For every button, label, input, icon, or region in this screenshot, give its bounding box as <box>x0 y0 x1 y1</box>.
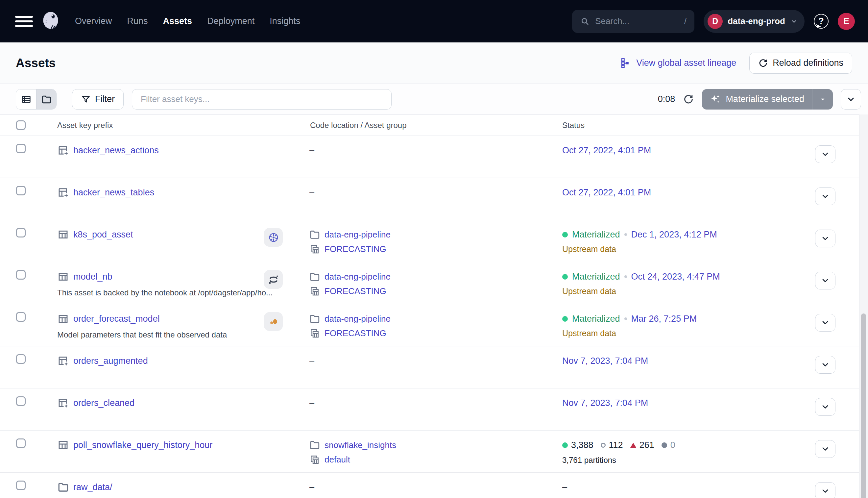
materialized-status-dot <box>562 316 568 322</box>
folder-icon <box>309 440 320 451</box>
select-all-checkbox[interactable] <box>16 120 26 130</box>
upstream-data-note: Upstream data <box>562 287 616 296</box>
view-global-asset-lineage-link[interactable]: View global asset lineage <box>620 57 736 69</box>
row-checkbox[interactable] <box>16 396 26 406</box>
reload-definitions-button[interactable]: Reload definitions <box>749 53 852 74</box>
status-empty: – <box>562 482 567 492</box>
row-checkbox[interactable] <box>16 312 26 322</box>
code-location-link[interactable]: snowflake_insights <box>324 440 396 450</box>
refresh-countdown: 0:08 <box>658 94 675 104</box>
partitions-other-count: 0 <box>662 440 675 450</box>
filter-button[interactable]: Filter <box>72 89 124 109</box>
asset-group-link[interactable]: FORECASTING <box>324 328 386 339</box>
table-asset-icon <box>57 439 69 451</box>
dagster-logo[interactable] <box>42 12 59 31</box>
row-expand-button[interactable] <box>815 145 836 163</box>
code-location-link[interactable]: data-eng-pipeline <box>324 272 391 282</box>
workspace-name: data-eng-prod <box>727 16 785 26</box>
row-checkbox[interactable] <box>16 186 26 195</box>
asset-key-link[interactable]: orders_augmented <box>73 356 148 366</box>
asset-key-link[interactable]: hacker_news_actions <box>73 145 159 156</box>
scrollbar-track[interactable] <box>859 115 868 498</box>
row-checkbox[interactable] <box>16 228 26 237</box>
table-row: model_nb This asset is backed by the not… <box>0 262 859 304</box>
materialized-label: Materialized <box>572 272 620 282</box>
nav-item-deployment[interactable]: Deployment <box>207 16 254 26</box>
search-placeholder: Search... <box>595 16 629 26</box>
table-row: poll_snowflake_query_history_hour snowfl… <box>0 431 859 473</box>
asset-description: This asset is backed by the notebook at … <box>57 288 272 297</box>
folder-icon <box>309 313 320 324</box>
jupyter-kind-badge <box>264 270 283 289</box>
lineage-link-label: View global asset lineage <box>636 58 736 68</box>
upstream-data-note: Upstream data <box>562 329 616 338</box>
asset-key-link[interactable]: model_nb <box>73 272 112 282</box>
top-nav-bar: Overview Runs Assets Deployment Insights… <box>0 0 868 42</box>
global-search-input[interactable]: Search... / <box>572 10 694 33</box>
separator-dot <box>624 275 627 278</box>
nav-item-runs[interactable]: Runs <box>127 16 148 26</box>
row-checkbox[interactable] <box>16 144 26 153</box>
asset-group-link[interactable]: FORECASTING <box>324 286 386 296</box>
scrollbar-thumb[interactable] <box>861 313 866 498</box>
table-row: raw_data/ – – <box>0 473 859 498</box>
row-checkbox[interactable] <box>16 354 26 364</box>
row-expand-button[interactable] <box>815 314 836 331</box>
workspace-switcher[interactable]: D data-eng-prod <box>704 10 804 33</box>
row-checkbox[interactable] <box>16 270 26 279</box>
materialization-date-link[interactable]: Oct 24, 2023, 4:47 PM <box>631 272 720 282</box>
asset-key-link[interactable]: order_forecast_model <box>73 314 160 324</box>
row-checkbox[interactable] <box>16 438 26 448</box>
missing-circle <box>601 443 606 448</box>
nav-item-assets[interactable]: Assets <box>163 16 192 26</box>
row-expand-button[interactable] <box>815 187 836 205</box>
code-location-link[interactable]: data-eng-pipeline <box>324 314 391 324</box>
row-checkbox[interactable] <box>16 481 26 490</box>
table-row: orders_cleaned – Nov 7, 2023, 7:04 PM <box>0 389 859 431</box>
materialize-selected-button[interactable]: Materialize selected <box>702 89 833 109</box>
list-view-button[interactable] <box>16 90 36 109</box>
materialization-date-link[interactable]: Nov 7, 2023, 7:04 PM <box>562 356 648 366</box>
search-shortcut-hint: / <box>684 16 686 26</box>
materialization-date-link[interactable]: Mar 26, 7:25 PM <box>631 314 697 324</box>
asset-group-link[interactable]: FORECASTING <box>324 244 386 254</box>
folder-view-button[interactable] <box>36 90 56 109</box>
code-location-link[interactable]: data-eng-pipeline <box>324 230 391 240</box>
table-row: k8s_pod_asset data-eng-pipeline <box>0 220 859 262</box>
collapse-toolbar-button[interactable] <box>841 89 861 109</box>
materialization-date-link[interactable]: Nov 7, 2023, 7:04 PM <box>562 398 648 408</box>
row-expand-button[interactable] <box>815 272 836 289</box>
page-header: Assets View global asset lineage <box>0 42 868 84</box>
row-expand-button[interactable] <box>815 356 836 374</box>
row-expand-button[interactable] <box>815 440 836 458</box>
refresh-icon[interactable] <box>683 94 694 105</box>
filter-asset-keys-input[interactable] <box>132 89 391 109</box>
folder-icon <box>309 271 320 282</box>
column-header-location: Code location / Asset group <box>310 121 407 130</box>
nav-item-insights[interactable]: Insights <box>270 16 300 26</box>
asset-key-link[interactable]: raw_data/ <box>73 482 112 493</box>
user-avatar[interactable]: E <box>838 13 855 30</box>
row-expand-button[interactable] <box>815 482 836 498</box>
upstream-data-note: Upstream data <box>562 245 616 254</box>
row-expand-button[interactable] <box>815 398 836 416</box>
row-expand-button[interactable] <box>815 230 836 247</box>
materialization-date-link[interactable]: Oct 27, 2022, 4:01 PM <box>562 187 651 198</box>
table-row: hacker_news_actions – Oct 27, 2022, 4:01… <box>0 136 859 178</box>
folder-icon <box>309 229 320 240</box>
hamburger-menu-icon[interactable] <box>15 13 33 30</box>
materialize-dropdown-caret[interactable] <box>812 89 833 109</box>
materialization-date-link[interactable]: Oct 27, 2022, 4:01 PM <box>562 145 651 156</box>
nav-item-overview[interactable]: Overview <box>75 16 112 26</box>
other-dot <box>662 442 667 448</box>
table-header-row: Asset key prefix Code location / Asset g… <box>0 115 859 136</box>
materialization-date-link[interactable]: Dec 1, 2023, 4:12 PM <box>631 230 717 240</box>
asset-key-link[interactable]: k8s_pod_asset <box>73 230 133 240</box>
asset-key-link[interactable]: hacker_news_tables <box>73 187 154 198</box>
partitions-total: 3,761 partitions <box>562 456 616 465</box>
asset-key-link[interactable]: orders_cleaned <box>73 398 134 408</box>
help-icon[interactable]: ? <box>814 14 829 29</box>
asset-key-link[interactable]: poll_snowflake_query_history_hour <box>73 440 212 450</box>
refresh-icon <box>758 58 768 68</box>
asset-group-link[interactable]: default <box>324 455 350 465</box>
